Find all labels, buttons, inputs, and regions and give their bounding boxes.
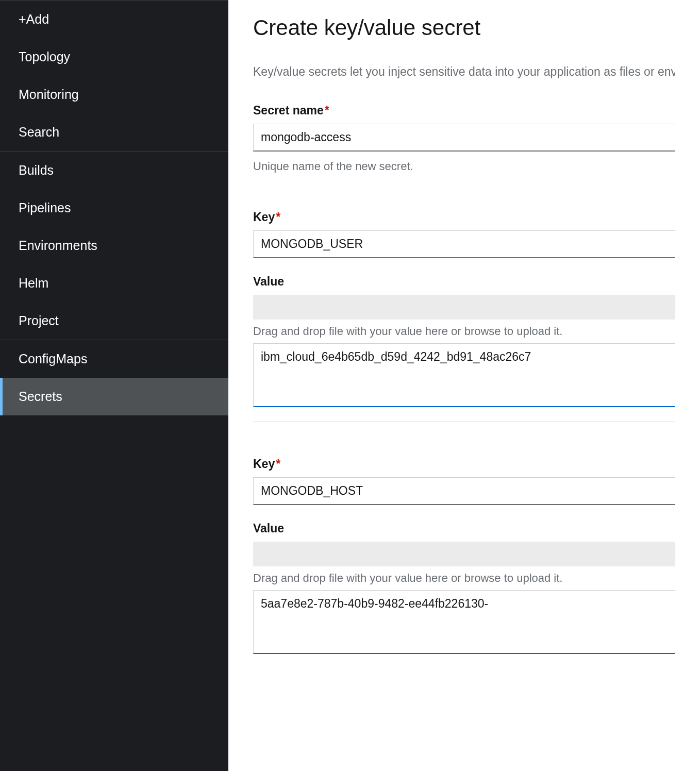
sidebar-item-label: Secrets (19, 389, 62, 404)
sidebar-item-add[interactable]: +Add (0, 1, 228, 38)
drag-drop-text: Drag and drop file with your value here … (253, 572, 675, 585)
sidebar-item-helm[interactable]: Helm (0, 264, 228, 302)
sidebar-item-project[interactable]: Project (0, 302, 228, 340)
sidebar-item-label: Monitoring (19, 87, 79, 102)
value-label: Value (253, 275, 675, 289)
key-label: Key* (253, 457, 675, 471)
sidebar-item-label: Helm (19, 276, 48, 290)
page-description: Key/value secrets let you inject sensiti… (253, 65, 675, 79)
sidebar-item-label: ConfigMaps (19, 351, 87, 366)
kv-block-1: Key* Value Drag and drop file with your … (253, 457, 675, 668)
sidebar-item-label: Topology (19, 49, 70, 64)
sidebar-item-secrets[interactable]: Secrets (0, 378, 228, 415)
sidebar-item-label: Environments (19, 238, 97, 253)
label-text: Key (253, 457, 275, 471)
sidebar-item-search[interactable]: Search (0, 113, 228, 151)
sidebar-item-label: Search (19, 125, 59, 139)
label-text: Secret name (253, 104, 324, 117)
main-content: Create key/value secret Key/value secret… (228, 0, 700, 771)
secret-name-block: Secret name* Unique name of the new secr… (253, 104, 675, 173)
sidebar-item-configmaps[interactable]: ConfigMaps (0, 340, 228, 378)
value-label: Value (253, 522, 675, 535)
sidebar-item-pipelines[interactable]: Pipelines (0, 189, 228, 227)
required-mark: * (276, 210, 280, 224)
sidebar-item-label: +Add (19, 12, 49, 26)
key-label: Key* (253, 210, 675, 224)
required-mark: * (276, 457, 280, 471)
file-drop-zone[interactable] (253, 542, 675, 566)
sidebar-item-topology[interactable]: Topology (0, 38, 228, 76)
secret-name-label: Secret name* (253, 104, 675, 118)
key-input[interactable] (253, 230, 675, 258)
sidebar-item-label: Project (19, 313, 59, 328)
sidebar-item-label: Builds (19, 163, 54, 177)
value-textarea[interactable]: 5aa7e8e2-787b-40b9-9482-ee44fb226130- (253, 590, 675, 654)
sidebar-item-builds[interactable]: Builds (0, 152, 228, 189)
file-drop-zone[interactable] (253, 295, 675, 320)
kv-block-0: Key* Value Drag and drop file with your … (253, 210, 675, 422)
sidebar-item-monitoring[interactable]: Monitoring (0, 76, 228, 113)
secret-name-help: Unique name of the new secret. (253, 160, 675, 173)
value-textarea[interactable]: ibm_cloud_6e4b65db_d59d_4242_bd91_48ac26… (253, 343, 675, 407)
sidebar-item-label: Pipelines (19, 200, 71, 215)
page-title: Create key/value secret (253, 15, 675, 40)
sidebar-item-environments[interactable]: Environments (0, 227, 228, 264)
required-mark: * (325, 104, 329, 117)
label-text: Key (253, 210, 275, 224)
secret-name-input[interactable] (253, 124, 675, 152)
key-input[interactable] (253, 477, 675, 505)
drag-drop-text: Drag and drop file with your value here … (253, 325, 675, 338)
sidebar: +Add Topology Monitoring Search Builds P… (0, 0, 228, 771)
